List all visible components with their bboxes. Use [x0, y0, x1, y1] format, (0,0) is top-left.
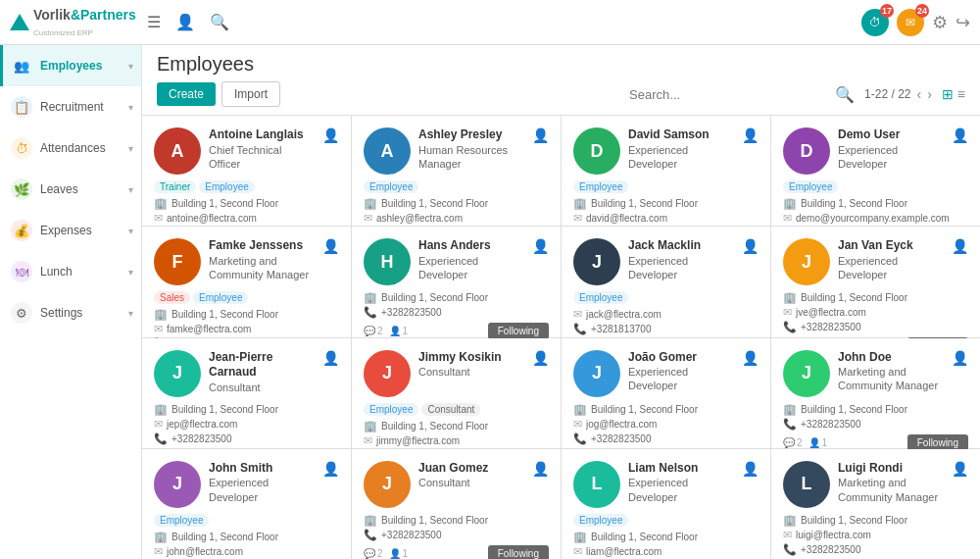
person-icon: 👤 [322, 127, 339, 143]
sidebar-item-employees[interactable]: 👥 Employees ▾ [0, 45, 141, 86]
avatar: J [783, 350, 830, 397]
chevron-expenses: ▾ [128, 226, 133, 236]
list-view-icon[interactable]: ≡ [957, 86, 965, 102]
menu-icon[interactable]: ☰ [147, 13, 161, 31]
location-icon: 🏢 [573, 197, 587, 210]
employee-card[interactable]: D Demo User Experienced Developer 👤 Empl… [771, 116, 980, 226]
card-location: 🏢Building 1, Second Floor [154, 308, 339, 321]
sidebar-item-lunch[interactable]: 🍽 Lunch ▾ [0, 251, 141, 292]
sidebar-item-attendances[interactable]: ⏱ Attendances ▾ [0, 127, 141, 169]
employee-card[interactable]: A Ashley Presley Human Resources Manager… [352, 116, 561, 226]
employee-card[interactable]: D David Samson Experienced Developer 👤 E… [562, 116, 770, 226]
card-location: 🏢Building 1, Second Floor [364, 197, 549, 210]
following-button[interactable]: Following [488, 545, 549, 559]
employee-name: Juan Gomez [418, 461, 524, 477]
location-icon: 🏢 [783, 403, 797, 416]
import-button[interactable]: Import [221, 81, 280, 107]
employee-title: Marketing and Community Manager [209, 254, 315, 282]
sidebar: 👥 Employees ▾ 📋 Recruitment ▾ ⏱ Attendan… [0, 45, 142, 559]
person-icon: 👤 [952, 461, 968, 477]
sidebar-item-recruitment[interactable]: 📋 Recruitment ▾ [0, 86, 141, 127]
employee-card[interactable]: L Luigi Rondi Marketing and Community Ma… [771, 449, 980, 559]
card-info: David Samson Experienced Developer [628, 127, 734, 171]
grid-view-icon[interactable]: ⊞ [942, 86, 954, 102]
person-icon: 👤 [952, 238, 968, 254]
email-icon: ✉ [783, 529, 792, 541]
employee-card[interactable]: J John Smith Experienced Developer 👤 Emp… [142, 449, 351, 559]
tag-employee: Employee [573, 514, 628, 527]
employee-card[interactable]: L Liam Nelson Experienced Developer 👤 Em… [562, 449, 770, 559]
employee-card[interactable]: J Jean-Pierre Carnaud Consultant 👤 🏢Buil… [142, 338, 351, 448]
main-layout: 👥 Employees ▾ 📋 Recruitment ▾ ⏱ Attendan… [0, 45, 980, 559]
page-title: Employees [157, 53, 965, 76]
employee-card[interactable]: A Antoine Langlais Chief Technical Offic… [142, 116, 351, 226]
card-info: Demo User Experienced Developer [838, 127, 944, 171]
email-icon: ✉ [154, 323, 163, 335]
person-icon: 👤 [532, 461, 549, 477]
avatar: D [573, 127, 620, 175]
card-location: 🏢Building 1, Second Floor [783, 403, 968, 416]
search-input[interactable] [629, 87, 825, 102]
employee-title: Experienced Developer [628, 365, 734, 393]
card-actions: 💬2 👤1 Following [364, 545, 549, 559]
sidebar-item-leaves[interactable]: 🌿 Leaves ▾ [0, 169, 141, 210]
location-icon: 🏢 [783, 197, 797, 210]
email-icon: ✉ [783, 306, 792, 319]
notification-btn-1[interactable]: ⏱ 17 [861, 9, 889, 36]
employee-grid: A Antoine Langlais Chief Technical Offic… [142, 116, 980, 559]
card-location: 🏢Building 1, Second Floor [783, 514, 968, 527]
card-info: Famke Jenssens Marketing and Community M… [209, 238, 315, 281]
next-page[interactable]: › [927, 86, 932, 102]
logo[interactable]: Vorlik&PartnersCustomized ERP [10, 7, 137, 38]
employee-card[interactable]: H Hans Anders Experienced Developer 👤 🏢B… [352, 227, 561, 336]
person-icon: 👤 [532, 127, 549, 143]
message-icon: 💬 [364, 326, 375, 336]
expenses-icon: 💰 [11, 220, 32, 241]
card-location: 🏢Building 1, Second Floor [573, 197, 759, 210]
employee-title: Consultant [209, 381, 315, 394]
card-tags: SalesEmployee [154, 291, 339, 304]
tag-employee: Employee [573, 291, 628, 304]
create-button[interactable]: Create [157, 82, 216, 106]
employee-card[interactable]: J Jan Van Eyck Experienced Developer 👤 🏢… [771, 227, 980, 336]
top-nav: Vorlik&PartnersCustomized ERP ☰ 👤 🔍 ⏱ 17… [0, 0, 980, 45]
prev-page[interactable]: ‹ [916, 86, 921, 102]
card-tags: Employee [573, 291, 759, 304]
employee-name: John Smith [209, 461, 315, 477]
search-icon[interactable]: 🔍 [210, 13, 229, 31]
card-info: Luigi Rondi Marketing and Community Mana… [838, 461, 944, 504]
employee-card[interactable]: J Jimmy Kosikin Consultant 👤 EmployeeCon… [352, 338, 561, 448]
card-info: Jean-Pierre Carnaud Consultant [209, 350, 315, 394]
message-count: 💬2 👤1 [364, 548, 408, 559]
sidebar-item-expenses[interactable]: 💰 Expenses ▾ [0, 210, 141, 251]
location-icon: 🏢 [783, 514, 797, 527]
card-phone: 📞+3282823500 [783, 418, 968, 431]
avatar: J [364, 350, 411, 397]
employee-name: Famke Jenssens [209, 238, 315, 254]
employee-name: Hans Anders [418, 238, 524, 254]
card-location: 🏢Building 1, Second Floor [573, 531, 759, 543]
location-icon: 🏢 [154, 197, 168, 210]
person-icon: 👤 [952, 350, 968, 366]
employee-card[interactable]: J John Doe Marketing and Community Manag… [771, 338, 980, 448]
card-tags: Employee [783, 180, 968, 193]
card-phone: 📞+3282823500 [364, 306, 549, 319]
pagination-text: 1-22 / 22 [864, 87, 910, 101]
person-icon: 👤 [742, 238, 759, 254]
settings-icon[interactable]: ⚙ [932, 12, 948, 33]
sidebar-item-settings[interactable]: ⚙ Settings ▾ [0, 292, 141, 333]
employee-card[interactable]: J João Gomer Experienced Developer 👤 🏢Bu… [562, 338, 770, 448]
person-icon: 👤 [742, 127, 759, 143]
notification-btn-2[interactable]: ✉ 24 [897, 9, 924, 36]
user-icon[interactable]: 👤 [175, 13, 195, 31]
nav-icons: ☰ 👤 🔍 [147, 13, 229, 31]
exit-icon[interactable]: ↪ [956, 12, 970, 33]
employee-card[interactable]: F Famke Jenssens Marketing and Community… [142, 227, 351, 336]
employee-card[interactable]: J Jack Macklin Experienced Developer 👤 E… [562, 227, 770, 336]
chevron-leaves: ▾ [128, 184, 133, 195]
employee-card[interactable]: J Juan Gomez Consultant 👤 🏢Building 1, S… [352, 449, 561, 559]
card-info: Ashley Presley Human Resources Manager [418, 127, 524, 171]
employee-title: Experienced Developer [209, 476, 315, 504]
search-icon-btn[interactable]: 🔍 [835, 85, 855, 104]
tag-employee: Employee [573, 180, 628, 193]
